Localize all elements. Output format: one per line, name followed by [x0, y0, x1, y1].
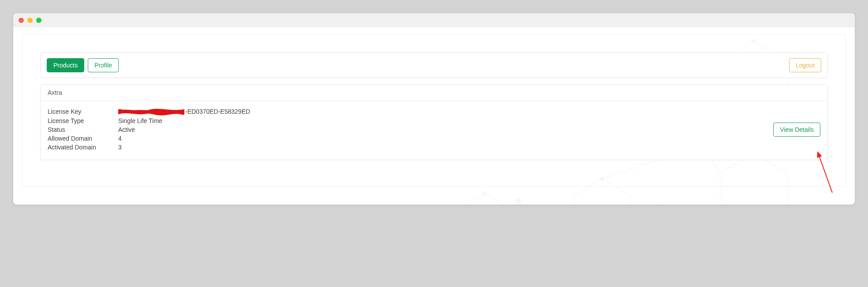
label-license-key: License Key — [48, 107, 118, 116]
redaction-mark — [118, 108, 184, 116]
label-license-type: License Type — [48, 116, 118, 125]
tab-profile[interactable]: Profile — [88, 58, 119, 72]
value-allowed-domain: 4 — [118, 134, 250, 143]
page-surface: Products Profile Logout Axtra License Ke… — [13, 27, 855, 205]
label-allowed-domain: Allowed Domain — [48, 134, 118, 143]
tab-bar: Products Profile Logout — [40, 52, 828, 78]
window-titlebar — [13, 13, 855, 27]
logout-button[interactable]: Logout — [789, 58, 821, 72]
label-status: Status — [48, 125, 118, 134]
row-activated-domain: Activated Domain 3 — [48, 143, 250, 152]
row-allowed-domain: Allowed Domain 4 — [48, 134, 250, 143]
product-name: Axtra — [41, 85, 827, 101]
tab-group-left: Products Profile — [47, 58, 119, 72]
window-minimize-icon[interactable] — [27, 18, 33, 23]
svg-point-13 — [482, 192, 486, 196]
window-zoom-icon[interactable] — [36, 18, 41, 23]
window-close-icon[interactable] — [19, 18, 24, 23]
svg-point-14 — [515, 198, 521, 204]
content-container: Products Profile Logout Axtra License Ke… — [22, 34, 846, 187]
value-activated-domain: 3 — [118, 143, 250, 152]
svg-marker-4 — [462, 194, 507, 205]
row-license-key: License Key -ED0370ED-E58329ED — [48, 107, 250, 116]
product-card: Axtra License Key -ED0370ED-E58329ED — [40, 84, 828, 160]
tab-products[interactable]: Products — [47, 58, 84, 72]
product-card-body: License Key -ED0370ED-E58329ED License T… — [41, 101, 827, 160]
value-license-type: Single Life Time — [118, 116, 250, 125]
license-key-suffix: -ED0370ED-E58329ED — [185, 108, 250, 115]
label-activated-domain: Activated Domain — [48, 143, 118, 152]
license-details-table: License Key -ED0370ED-E58329ED License T… — [48, 107, 250, 152]
view-details-button[interactable]: View Details — [773, 123, 820, 137]
row-status: Status Active — [48, 125, 250, 134]
browser-window: Products Profile Logout Axtra License Ke… — [13, 13, 855, 205]
svg-point-15 — [655, 203, 662, 205]
value-license-key: -ED0370ED-E58329ED — [118, 107, 250, 116]
row-license-type: License Type Single Life Time — [48, 116, 250, 125]
value-status: Active — [118, 125, 250, 134]
